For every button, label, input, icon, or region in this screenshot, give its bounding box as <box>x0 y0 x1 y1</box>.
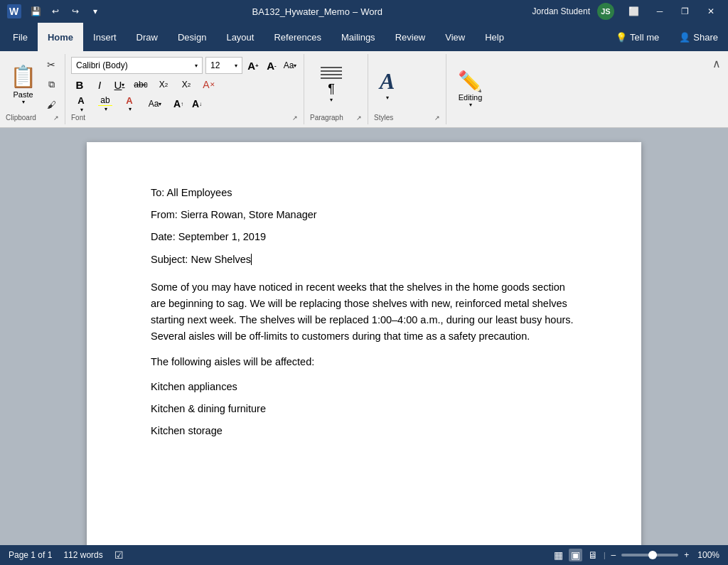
ribbon-group-styles: A ▾ Styles ↗ <box>368 54 446 124</box>
minimize-button[interactable]: ─ <box>648 0 671 23</box>
tab-insert[interactable]: Insert <box>83 23 127 51</box>
redo-icon[interactable]: ↪ <box>68 4 82 18</box>
ribbon-collapse-button[interactable]: ∧ <box>711 57 728 70</box>
tab-mailings[interactable]: Mailings <box>331 23 385 51</box>
text-highlight-button[interactable]: ab ▾ <box>94 95 117 112</box>
doc-item1: Kitchen appliances <box>151 379 577 395</box>
styles-label: Styles <box>374 114 393 122</box>
tab-file[interactable]: File <box>3 23 38 51</box>
copy-button[interactable]: ⧉ <box>43 77 59 92</box>
view-focus-icon[interactable]: 🖥 <box>588 549 598 561</box>
clipboard-expand-icon[interactable]: ↗ <box>53 114 59 122</box>
font-row3: A ▾ ab ▾ A ▾ Aa▾ A↑ A↓ <box>71 95 298 112</box>
superscript-button[interactable]: X2 <box>176 76 196 93</box>
underline-button[interactable]: U▾ <box>111 76 128 93</box>
tab-tell-me[interactable]: 💡 Tell me <box>606 32 669 43</box>
ribbon: 📋 Paste ▾ ✂ ⧉ 🖌 Clipboard ↗ <box>0 51 728 128</box>
font-size-dropdown[interactable]: 12 ▾ <box>205 57 242 74</box>
styles-button[interactable]: A ▾ <box>374 65 400 104</box>
tab-review[interactable]: Review <box>385 23 436 51</box>
editing-button[interactable]: ✏️ Editing ▾ <box>452 67 488 111</box>
format-painter-icon: 🖌 <box>47 99 56 110</box>
font-size-arrow: ▾ <box>235 63 237 69</box>
grow-text-button[interactable]: A↑ <box>171 96 186 112</box>
ribbon-display-button[interactable]: ⬜ <box>623 0 646 23</box>
status-bar: Page 1 of 1 112 words ☑ ▦ ▣ 🖥 | – + 100% <box>0 545 728 565</box>
copy-icon: ⧉ <box>48 79 55 90</box>
more-quick-access-icon[interactable]: ▾ <box>88 4 102 18</box>
font-case-aa-button[interactable]: Aa▾ <box>142 96 168 112</box>
editing-icon: ✏️ <box>458 70 483 93</box>
doc-body1: Some of you may have noticed in recent w… <box>151 279 577 345</box>
clipboard-label: Clipboard <box>6 114 36 122</box>
clear-formatting-button[interactable]: A ✕ <box>199 76 219 93</box>
font-row2: B I U▾ abc X2 X2 A ✕ <box>71 76 298 93</box>
zoom-out-button[interactable]: – <box>611 550 616 560</box>
styles-label-row: Styles ↗ <box>374 112 440 122</box>
font-color-button[interactable]: A ▾ <box>71 95 91 112</box>
cut-button[interactable]: ✂ <box>43 57 59 72</box>
font-name-dropdown[interactable]: Calibri (Body) ▾ <box>71 57 203 74</box>
styles-expand-icon[interactable]: ↗ <box>434 114 440 122</box>
shrink-font-button[interactable]: A- <box>264 58 279 73</box>
tab-share[interactable]: 👤 Share <box>669 32 728 43</box>
styles-icon: A <box>380 68 395 95</box>
strikethrough-button[interactable]: abc <box>131 76 151 93</box>
tab-home[interactable]: Home <box>38 23 83 51</box>
close-button[interactable]: ✕ <box>700 0 722 23</box>
tab-design[interactable]: Design <box>168 23 216 51</box>
doc-subject: Subject: New Shelves <box>151 252 577 268</box>
separator-label: – <box>353 6 358 17</box>
share-icon: 👤 <box>679 32 690 43</box>
title-bar-center: BA132_Hywater_Memo – Word <box>252 6 382 17</box>
undo-icon[interactable]: ↩ <box>48 4 63 18</box>
shrink-text-button[interactable]: A↓ <box>189 96 205 112</box>
font-expand-icon[interactable]: ↗ <box>292 114 298 122</box>
doc-to: To: All Employees <box>151 185 577 201</box>
eraser-icon: A <box>203 79 209 90</box>
restore-button[interactable]: ❐ <box>674 0 697 23</box>
document-page[interactable]: To: All Employees From: Sierra Rowan, St… <box>87 142 641 545</box>
doc-date: Date: September 1, 2019 <box>151 229 577 245</box>
paragraph-button[interactable]: ¶ ▾ <box>310 64 353 106</box>
paragraph-label: Paragraph <box>310 114 343 122</box>
zoom-slider[interactable] <box>621 554 678 556</box>
editing-label-row <box>452 120 498 122</box>
doc-from: From: Sierra Rowan, Store Manager <box>151 207 577 223</box>
document-area[interactable]: To: All Employees From: Sierra Rowan, St… <box>0 128 728 545</box>
user-avatar[interactable]: JS <box>597 3 614 20</box>
change-case-button[interactable]: Aa▾ <box>282 58 298 73</box>
paragraph-content: ¶ ▾ <box>310 57 353 112</box>
font-color-2-arrow: ▾ <box>129 106 132 112</box>
menu-right: 💡 Tell me 👤 Share <box>606 23 728 51</box>
highlight-arrow: ▾ <box>105 106 107 112</box>
italic-button[interactable]: I <box>91 76 108 93</box>
paragraph-expand-icon[interactable]: ↗ <box>356 114 362 122</box>
zoom-in-button[interactable]: + <box>684 550 689 560</box>
cut-icon: ✂ <box>47 59 55 70</box>
save-icon[interactable]: 💾 <box>28 4 43 18</box>
view-page-icon[interactable]: ▣ <box>569 549 582 561</box>
proofread-icon[interactable]: ☑ <box>114 549 124 561</box>
word-count-label: 112 words <box>63 550 102 560</box>
font-name-arrow: ▾ <box>195 63 198 69</box>
status-bar-right: ▦ ▣ 🖥 | – + 100% <box>554 549 719 561</box>
doc-body2: The following aisles will be affected: <box>151 354 577 370</box>
editing-dropdown-arrow: ▾ <box>469 102 472 108</box>
tab-draw[interactable]: Draw <box>127 23 168 51</box>
tab-help[interactable]: Help <box>475 23 514 51</box>
font-color-2-button[interactable]: A ▾ <box>119 95 139 112</box>
tab-view[interactable]: View <box>435 23 475 51</box>
title-bar-right: Jordan Student JS ⬜ ─ ❐ ✕ <box>532 0 722 23</box>
format-painter-button[interactable]: 🖌 <box>43 97 59 112</box>
bold-button[interactable]: B <box>71 76 88 93</box>
zoom-level-label: 100% <box>697 550 719 560</box>
subscript-button[interactable]: X2 <box>154 76 173 93</box>
grow-font-button[interactable]: A+ <box>245 58 261 73</box>
paste-button[interactable]: 📋 Paste ▾ <box>6 57 41 112</box>
lightbulb-icon: 💡 <box>616 32 627 43</box>
tab-references[interactable]: References <box>264 23 331 51</box>
menu-bar: File Home Insert Draw Design Layout Refe… <box>0 23 728 51</box>
tab-layout[interactable]: Layout <box>216 23 264 51</box>
view-grid-icon[interactable]: ▦ <box>554 549 563 561</box>
